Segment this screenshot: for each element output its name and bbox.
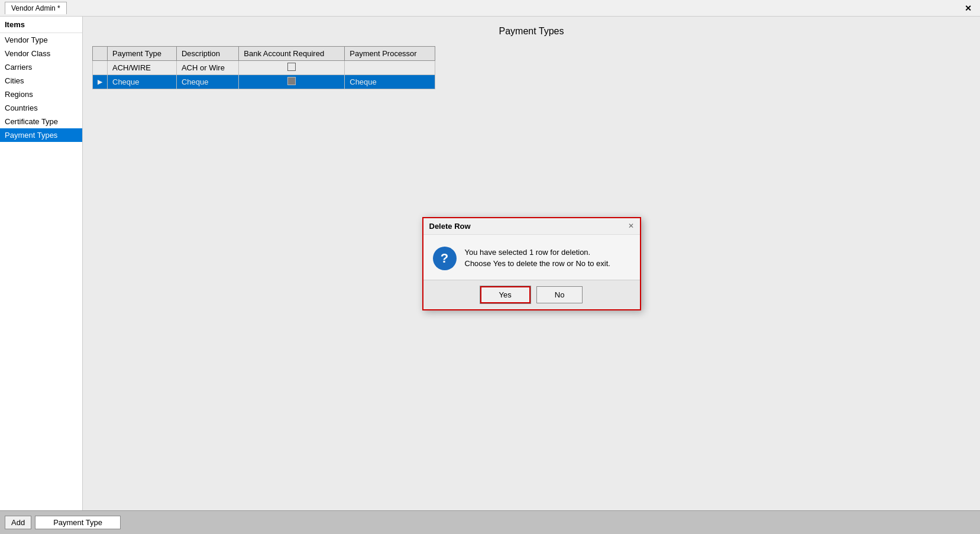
- window-close-button[interactable]: ✕: [961, 2, 975, 14]
- sidebar-item-regions[interactable]: Regions: [0, 88, 82, 101]
- dialog-title: Delete Row: [429, 222, 471, 231]
- title-tab[interactable]: Vendor Admin *: [5, 2, 67, 14]
- content-area: Payment Types Payment Type Description B…: [83, 17, 980, 510]
- delete-row-dialog: Delete Row ✕ ? You have selected 1 row f…: [422, 217, 641, 310]
- sidebar: Items Vendor TypeVendor ClassCarriersCit…: [0, 17, 83, 510]
- sidebar-item-payment-types[interactable]: Payment Types: [0, 128, 82, 142]
- sidebar-item-vendor-class[interactable]: Vendor Class: [0, 47, 82, 60]
- sidebar-header: Items: [0, 17, 82, 33]
- dialog-body: ? You have selected 1 row for deletion. …: [423, 235, 640, 280]
- bottom-bar: Add Payment Type: [0, 510, 980, 534]
- dialog-overlay: Delete Row ✕ ? You have selected 1 row f…: [83, 17, 980, 510]
- dialog-close-button[interactable]: ✕: [628, 222, 634, 230]
- dialog-message: You have selected 1 row for deletion. Ch…: [465, 247, 610, 270]
- title-bar: Vendor Admin * ✕: [0, 0, 980, 17]
- dialog-message-line1: You have selected 1 row for deletion.: [465, 247, 610, 258]
- sidebar-item-countries[interactable]: Countries: [0, 101, 82, 115]
- dialog-question-icon: ?: [433, 247, 457, 270]
- no-button[interactable]: No: [536, 286, 583, 303]
- sidebar-item-certificate-type[interactable]: Certificate Type: [0, 115, 82, 128]
- yes-button[interactable]: Yes: [480, 286, 531, 303]
- add-button[interactable]: Add: [5, 516, 31, 529]
- dialog-message-line2: Choose Yes to delete the row or No to ex…: [465, 258, 610, 270]
- dialog-titlebar: Delete Row ✕: [423, 218, 640, 235]
- dialog-footer: Yes No: [423, 280, 640, 309]
- main-layout: Items Vendor TypeVendor ClassCarriersCit…: [0, 17, 980, 510]
- sidebar-items: Vendor TypeVendor ClassCarriersCitiesReg…: [0, 33, 82, 142]
- payment-type-field-label: Payment Type: [35, 516, 121, 529]
- sidebar-item-cities[interactable]: Cities: [0, 74, 82, 88]
- sidebar-item-vendor-type[interactable]: Vendor Type: [0, 33, 82, 47]
- sidebar-item-carriers[interactable]: Carriers: [0, 60, 82, 74]
